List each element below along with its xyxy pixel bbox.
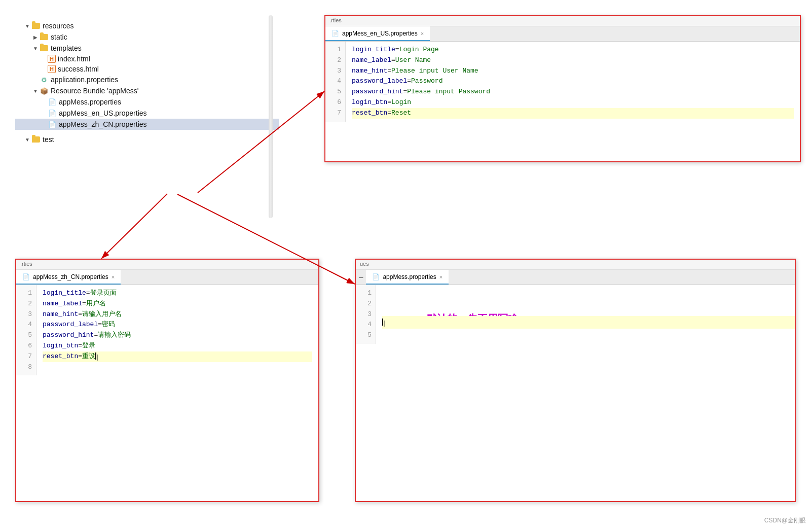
bundle-icon: 📦 xyxy=(40,86,49,95)
code-content-default: 默认的，先不用写啥 | xyxy=(376,285,795,344)
tab-close-button[interactable]: × xyxy=(112,274,115,280)
expand-arrow: ▼ xyxy=(23,135,31,144)
editor-content-en-us: 1 2 3 4 5 6 7 login_title=Login Page nam… xyxy=(325,42,800,122)
editor-content-default: 1 2 3 4 5 默认的，先不用写啥 | xyxy=(356,285,795,344)
html-file-icon: H xyxy=(48,55,56,63)
code-line-4: password_label=密码 xyxy=(43,320,312,330)
tree-item-resource-bundle[interactable]: ▼ 📦 Resource Bundle 'appMess' xyxy=(15,85,279,96)
editor-header-default: ues xyxy=(356,260,795,270)
editor-en-us: .rties 📄 appMess_en_US.properties × 1 2 … xyxy=(324,15,801,162)
text-cursor: | xyxy=(382,319,383,326)
tree-label: Resource Bundle 'appMess' xyxy=(51,87,138,95)
code-line-4: password_label=Password xyxy=(352,76,794,87)
props-file-icon: 📄 xyxy=(48,120,57,129)
code-line-1: login_title=Login Page xyxy=(352,45,794,55)
tab-bar-default: — 📄 appMess.properties × xyxy=(356,270,795,285)
header-text: .rties xyxy=(20,261,32,267)
editor-zh-cn: .rties 📄 appMess_zh_CN.properties × 1 2 … xyxy=(15,259,319,502)
line-numbers: 1 2 3 4 5 6 7 xyxy=(325,42,346,122)
code-line-7: reset_btn=重设| xyxy=(43,351,312,362)
scrollbar[interactable] xyxy=(269,15,273,218)
tab-label: appMess_zh_CN.properties xyxy=(33,273,108,280)
tree-label: resources xyxy=(43,22,73,30)
tab-label: appMess_en_US.properties xyxy=(342,30,418,37)
code-line-2: name_label=User Name xyxy=(352,55,794,66)
tree-item-success-html[interactable]: ▶ H success.html xyxy=(15,64,279,74)
code-line-1: login_title=登录页面 xyxy=(43,288,312,299)
tree-label: test xyxy=(43,135,54,144)
code-line-6: login_btn=登录 xyxy=(43,341,312,351)
code-content-zh-cn: login_title=登录页面 name_label=用户名 name_hin… xyxy=(36,285,318,375)
code-line-3: name_hint=Please input User Name xyxy=(352,66,794,77)
tab-file-icon: 📄 xyxy=(372,273,380,280)
tab-file-icon: 📄 xyxy=(22,273,30,280)
tab-bar-en-us: 📄 appMess_en_US.properties × xyxy=(325,26,800,42)
code-line-5: password_hint=请输入密码 xyxy=(43,330,312,341)
code-line-7: reset_btn=Reset xyxy=(352,108,794,119)
folder-icon xyxy=(40,44,49,53)
code-line-5: password_hint=Please input Password xyxy=(352,87,794,97)
tree-label: appMess_en_US.properties xyxy=(59,109,147,117)
code-line-3: name_hint=请输入用户名 xyxy=(43,309,312,320)
svg-line-2 xyxy=(101,194,167,259)
tree-label: templates xyxy=(51,44,82,52)
file-tree: ▼ resources ▶ static ▼ templates ▶ H ind… xyxy=(15,15,279,150)
collapse-button[interactable]: — xyxy=(356,270,366,285)
tree-item-appmess-en-us[interactable]: ▶ 📄 appMess_en_US.properties xyxy=(15,108,279,119)
html-file-icon: H xyxy=(48,65,56,73)
tab-label: appMess.properties xyxy=(383,273,436,280)
tree-label: static xyxy=(51,33,67,41)
tree-item-static[interactable]: ▶ static xyxy=(15,31,279,43)
watermark: CSDN@金刚眼 xyxy=(764,516,806,525)
tab-close-button[interactable]: × xyxy=(421,30,424,37)
tree-item-resources[interactable]: ▼ resources xyxy=(15,20,279,31)
line-numbers: 1 2 3 4 5 6 7 8 xyxy=(16,285,36,375)
header-text: .rties xyxy=(329,17,342,23)
tree-item-templates[interactable]: ▼ templates xyxy=(15,43,279,54)
tab-file-icon: 📄 xyxy=(331,30,339,37)
editor-default: ues — 📄 appMess.properties × 1 2 3 4 5 默… xyxy=(355,259,796,502)
tree-item-test[interactable]: ▼ test xyxy=(15,134,279,145)
tree-label: appMess.properties xyxy=(59,98,121,106)
tab-en-us[interactable]: 📄 appMess_en_US.properties × xyxy=(325,26,430,41)
editor-header-en-us: .rties xyxy=(325,16,800,26)
cursor-line: | xyxy=(382,316,795,329)
folder-icon xyxy=(31,21,41,30)
expand-arrow: ▶ xyxy=(31,33,40,41)
tab-default[interactable]: 📄 appMess.properties × xyxy=(366,270,449,285)
tree-label: index.html xyxy=(58,55,90,63)
line-numbers: 1 2 3 4 5 xyxy=(356,285,376,344)
code-line-8 xyxy=(43,362,312,373)
text-cursor: | xyxy=(95,352,96,360)
code-line-2: name_label=用户名 xyxy=(43,299,312,309)
tree-item-appmess-props[interactable]: ▶ 📄 appMess.properties xyxy=(15,96,279,108)
gear-file-icon: ⚙ xyxy=(40,75,49,84)
code-content-en-us: login_title=Login Page name_label=User N… xyxy=(346,42,800,122)
expand-arrow: ▼ xyxy=(23,22,31,30)
code-line-6: login_btn=Login xyxy=(352,97,794,108)
editor-header-zh-cn: .rties xyxy=(16,260,318,270)
editor-content-zh-cn: 1 2 3 4 5 6 7 8 login_title=登录页面 name_la… xyxy=(16,285,318,375)
tree-label: appMess_zh_CN.properties xyxy=(59,120,147,128)
expand-arrow: ▼ xyxy=(31,87,40,95)
expand-arrow: ▼ xyxy=(31,44,40,52)
tree-label: success.html xyxy=(58,65,99,73)
tree-label: application.properties xyxy=(51,76,118,84)
tab-zh-cn[interactable]: 📄 appMess_zh_CN.properties × xyxy=(16,270,121,285)
tree-item-index-html[interactable]: ▶ H index.html xyxy=(15,54,279,64)
tab-bar-zh-cn: 📄 appMess_zh_CN.properties × xyxy=(16,270,318,285)
folder-icon xyxy=(31,135,41,144)
tab-close-button[interactable]: × xyxy=(439,274,442,280)
header-text: ues xyxy=(360,261,369,267)
props-file-icon: 📄 xyxy=(48,97,57,107)
tree-item-application-props[interactable]: ▶ ⚙ application.properties xyxy=(15,74,279,85)
tree-item-appmess-zh-cn[interactable]: ▶ 📄 appMess_zh_CN.properties xyxy=(15,119,279,130)
props-file-icon: 📄 xyxy=(48,109,57,118)
folder-icon xyxy=(40,32,49,42)
